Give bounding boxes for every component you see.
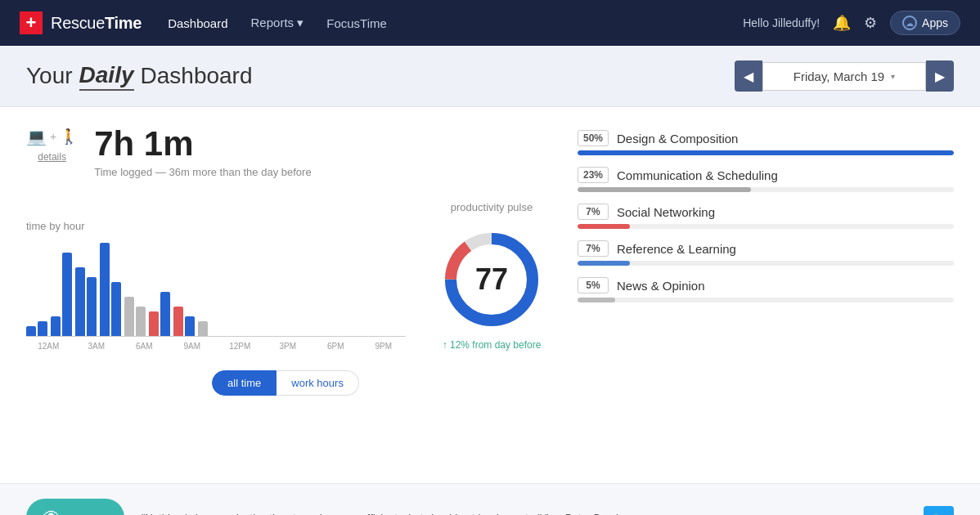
details-link[interactable]: details: [38, 151, 66, 163]
prev-date-button[interactable]: ◀: [735, 60, 762, 92]
bar: [185, 316, 195, 336]
category-bar-track: [578, 150, 954, 155]
device-row: 💻 + 🚶: [26, 127, 78, 146]
bar-group: [173, 307, 195, 336]
charts-row: time by hour 12AM3AM6AM9AM12PM3PM6PM9PM …: [26, 201, 545, 351]
category-name: News & Opinion: [617, 279, 705, 293]
category-name: Social Networking: [617, 205, 715, 219]
axis-label: 3PM: [266, 342, 311, 351]
category-name: Design & Composition: [617, 132, 738, 146]
navbar: RescueTime Dashboard Reports ▾ FocusTime…: [0, 0, 980, 46]
axis-label: 12PM: [218, 342, 263, 351]
category-bar-fill: [578, 224, 630, 229]
work-hours-button[interactable]: work hours: [276, 370, 359, 396]
category-pct: 50%: [578, 130, 609, 146]
date-display: Friday, March 19 ▾: [762, 62, 926, 91]
device-icons: 💻 + 🚶 details: [26, 127, 78, 163]
axis-label: 9PM: [362, 342, 407, 351]
nav-focustime[interactable]: FocusTime: [326, 16, 387, 30]
category-item: 5%News & Opinion: [578, 277, 954, 302]
category-bar-track: [578, 298, 954, 302]
laptop-icon: 💻: [26, 127, 47, 146]
donut-section: productivity pulse 77 ↑ 12% from day bef…: [438, 201, 545, 351]
apps-label: Apps: [922, 16, 948, 29]
bar-chart-label: time by hour: [26, 220, 406, 232]
logo-icon: [20, 11, 43, 34]
nav-dashboard[interactable]: Dashboard: [168, 16, 227, 30]
category-bar-fill: [578, 150, 954, 155]
eye-icon: 👁: [43, 507, 61, 515]
current-date: Friday, March 19: [793, 69, 884, 83]
apps-button[interactable]: ☁ Apps: [890, 11, 960, 35]
time-sub: Time logged — 36m more than the day befo…: [94, 166, 311, 178]
date-caret-icon: ▾: [891, 72, 895, 81]
axis-label: 6AM: [122, 342, 167, 351]
bar-chart-section: time by hour 12AM3AM6AM9AM12PM3PM6PM9PM: [26, 220, 406, 351]
donut-delta-text: ↑ 12% from day before: [443, 339, 542, 351]
quote-text: "Nothing is less productive than to make…: [141, 512, 907, 516]
category-item: 7%Reference & Learning: [578, 240, 954, 266]
donut-chart: 77: [438, 226, 545, 333]
hello-text: Hello Jilleduffy!: [743, 16, 820, 29]
bar: [87, 277, 97, 336]
header-bar: Your Daily Dashboard ◀ Friday, March 19 …: [0, 46, 980, 107]
category-name: Reference & Learning: [617, 242, 736, 256]
tools-icon[interactable]: ⚙: [864, 14, 877, 32]
bar-chart-axis: 12AM3AM6AM9AM12PM3PM6PM9PM: [26, 342, 406, 351]
date-navigator: ◀ Friday, March 19 ▾ ▶: [735, 60, 954, 92]
next-date-button[interactable]: ▶: [926, 60, 954, 92]
bar-group: [149, 292, 170, 336]
quote-bar: 👁 "Nothing is less productive than to ma…: [0, 483, 980, 515]
category-item: 7%Social Networking: [578, 204, 954, 229]
time-filter: all time work hours: [26, 370, 545, 396]
bar-group: [124, 297, 146, 336]
bar: [149, 311, 159, 336]
bell-icon[interactable]: 🔔: [833, 14, 851, 32]
category-pct: 7%: [578, 240, 609, 257]
nav-right: Hello Jilleduffy! 🔔 ⚙ ☁ Apps: [743, 11, 960, 35]
plus-icon: +: [50, 130, 56, 143]
bar: [124, 297, 134, 336]
time-info: 7h 1m Time logged — 36m more than the da…: [94, 127, 311, 178]
bar-group: [198, 321, 208, 336]
category-pct: 5%: [578, 277, 609, 293]
main-content: 💻 + 🚶 details 7h 1m Time logged — 36m mo…: [0, 107, 980, 483]
twitter-share-button[interactable]: 🐦: [924, 506, 954, 515]
bar-group: [51, 253, 72, 336]
logo[interactable]: RescueTime: [20, 11, 142, 34]
donut-label: productivity pulse: [451, 201, 533, 213]
nav-reports[interactable]: Reports ▾: [251, 16, 304, 30]
title-daily[interactable]: Daily: [79, 62, 134, 91]
category-bar-track: [578, 224, 954, 229]
category-pct: 7%: [578, 204, 609, 220]
bar-chart: [26, 239, 406, 337]
axis-label: 3AM: [74, 342, 119, 351]
category-bar-track: [578, 187, 954, 192]
bar: [62, 253, 72, 336]
time-logged: 7h 1m: [94, 127, 311, 161]
nav-links: Dashboard Reports ▾ FocusTime: [168, 16, 387, 30]
axis-label: 12AM: [26, 342, 71, 351]
person-icon: 🚶: [60, 128, 78, 146]
category-pct: 23%: [578, 167, 609, 183]
bar: [198, 321, 208, 336]
title-prefix: Your: [26, 63, 73, 89]
bar: [160, 292, 170, 336]
category-item: 23%Communication & Scheduling: [578, 167, 954, 192]
time-summary: 💻 + 🚶 details 7h 1m Time logged — 36m mo…: [26, 127, 545, 178]
category-header: 7%Reference & Learning: [578, 240, 954, 257]
bar: [75, 267, 85, 336]
category-item: 50%Design & Composition: [578, 130, 954, 155]
bar: [51, 316, 61, 336]
donut-score: 77: [475, 262, 508, 297]
quote-icon-box: 👁: [26, 499, 124, 515]
right-panel: 50%Design & Composition23%Communication …: [578, 127, 954, 464]
axis-label: 6PM: [313, 342, 358, 351]
bar-group: [26, 321, 47, 336]
page-title: Your Daily Dashboard: [26, 62, 253, 91]
bar-group: [100, 243, 121, 336]
all-time-button[interactable]: all time: [212, 370, 276, 396]
axis-label: 9AM: [170, 342, 215, 351]
category-bar-fill: [578, 187, 751, 192]
left-panel: 💻 + 🚶 details 7h 1m Time logged — 36m mo…: [26, 127, 545, 464]
